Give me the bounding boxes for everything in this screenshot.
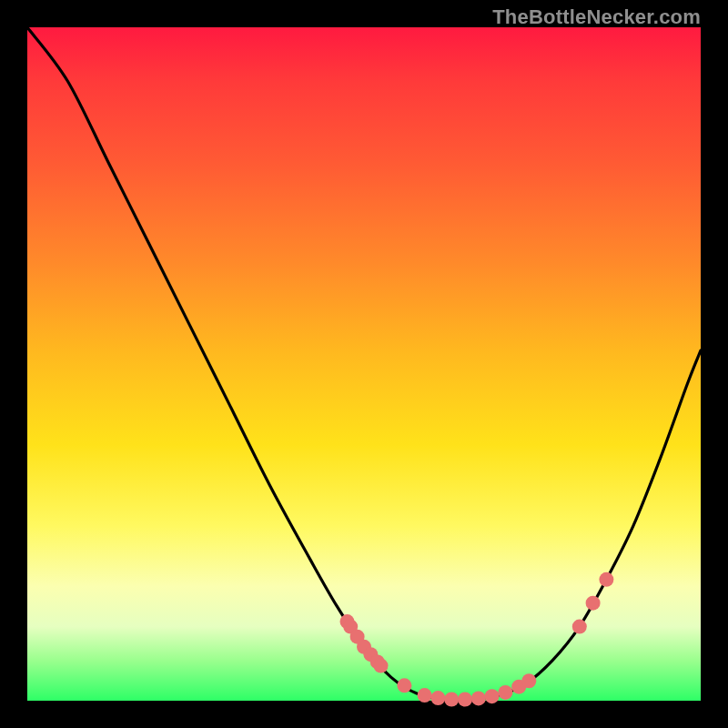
curve-marker: [572, 620, 587, 634]
curve-marker: [374, 659, 389, 673]
curve-marker: [521, 673, 536, 688]
watermark-text: TheBottleNecker.com: [492, 5, 701, 29]
plot-svg: [27, 27, 701, 701]
curve-marker: [444, 693, 459, 707]
bottleneck-curve: [27, 27, 701, 700]
curve-marker: [498, 685, 512, 700]
curve-marker: [430, 691, 445, 705]
curve-marker: [458, 693, 472, 707]
curve-marker: [418, 688, 432, 703]
marker-group: [340, 572, 614, 707]
chart-stage: TheBottleNecker.com: [0, 0, 728, 728]
curve-marker: [485, 689, 500, 703]
curve-marker: [397, 678, 411, 693]
curve-marker: [586, 596, 601, 611]
curve-marker: [471, 691, 486, 705]
plot-area: [27, 27, 701, 701]
curve-marker: [599, 572, 613, 587]
